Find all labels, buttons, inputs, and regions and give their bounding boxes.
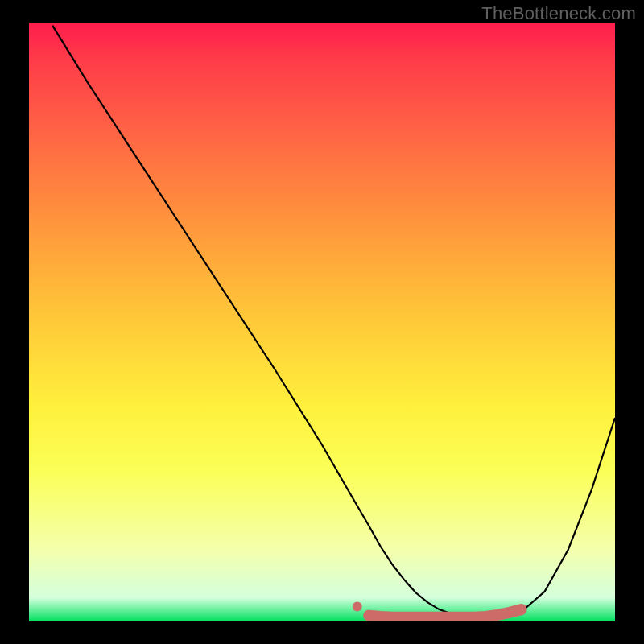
figure-root: TheBottleneck.com bbox=[0, 0, 644, 644]
watermark-text: TheBottleneck.com bbox=[481, 3, 636, 24]
chart-svg bbox=[29, 23, 615, 621]
curve-line bbox=[52, 26, 615, 618]
plot-area bbox=[29, 23, 615, 621]
marker-dot bbox=[353, 601, 362, 611]
